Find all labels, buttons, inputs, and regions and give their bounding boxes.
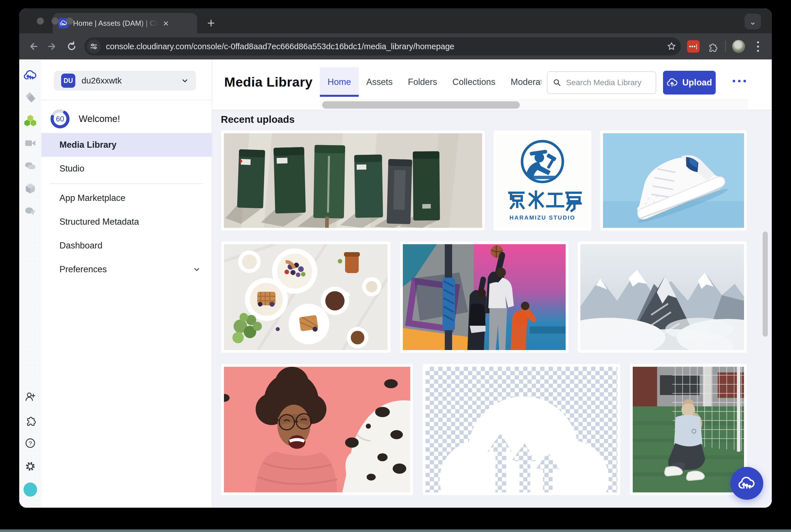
tab-moderation[interactable]: Moderation [503,68,541,97]
forward-button[interactable] [46,40,59,53]
recent-uploads-heading: Recent uploads [221,114,295,125]
sidebar-item-app-marketplace[interactable]: App Marketplace [41,186,212,210]
asset-tile-woman-dalmatian[interactable] [221,364,413,495]
asset-tile-fashion-person[interactable] [629,364,747,495]
zoom-window-button[interactable] [66,18,73,25]
sidebar-item-dashboard[interactable]: Dashboard [41,234,212,258]
scrollbar-thumb[interactable] [322,101,520,109]
browser-menu-kebab-icon[interactable] [751,40,765,53]
addons-puzzle-icon[interactable] [23,413,37,427]
tab-folders[interactable]: Folders [400,68,445,97]
tab-home[interactable]: Home [320,68,359,97]
back-button[interactable] [26,40,40,53]
help-icon[interactable]: ? [23,436,37,450]
account-avatar: DU [61,74,75,88]
video-camera-icon[interactable] [23,136,37,150]
onboarding-progress-ring: 60 [50,109,70,129]
asset-tile-cloud-logo[interactable] [422,364,621,495]
url-bar[interactable]: console.cloudinary.com/console/c-0ffad8a… [84,37,681,55]
media-library-header: Media Library Home Assets Folders Collec… [212,59,772,110]
url-text: console.cloudinary.com/console/c-0ffad8a… [106,42,660,51]
asset-tile-mountains[interactable] [577,241,747,353]
tab-collections[interactable]: Collections [445,68,503,97]
toolbar-divider [725,41,726,52]
account-switcher[interactable]: DU du26xxwtk [54,71,196,91]
section-tabs: Home Assets Folders Collections Moderati… [320,68,541,97]
vertical-scrollbar-thumb[interactable] [763,231,768,337]
browser-window: Home | Assets (DAM) | Cloudi × + ⌄ conso… [19,8,772,508]
asset-tile-basketball[interactable] [400,241,569,353]
upload-cloud-icon [667,78,678,87]
sidebar-item-structured-metadata[interactable]: Structured Metadata [41,210,212,234]
haramizu-latin-text: HARAMIZU STUDIO [496,214,588,221]
sidebar-divider [41,100,212,100]
cloudinary-logo-icon [738,477,756,490]
sidebar-item-studio[interactable]: Studio [41,157,212,180]
extensions-puzzle-icon[interactable] [706,40,719,53]
cloudinary-fab-button[interactable] [730,467,763,500]
tab-close-icon[interactable]: × [163,18,169,28]
invite-user-icon[interactable] [23,390,37,403]
asset-tile-haramizu-logo[interactable]: HARAMIZU STUDIO [493,130,592,231]
site-info-icon[interactable] [87,39,101,54]
tab-title: Home | Assets (DAM) | Cloudi [73,19,158,28]
sidebar: DU du26xxwtk 60 Welcome! Media Library S… [41,59,212,508]
asset-tile-sneaker[interactable] [600,130,747,231]
account-name: du26xxwtk [81,76,175,86]
browser-tab[interactable]: Home | Assets (DAM) | Cloudi × [53,13,197,33]
chevron-down-icon [181,77,189,84]
search-icon [553,78,561,87]
bookmark-star-icon[interactable] [665,40,678,53]
search-box[interactable] [547,71,656,94]
lastpass-extension-icon[interactable]: •••| [687,40,700,53]
reload-button[interactable] [65,40,78,53]
chevron-down-icon [193,266,201,273]
asset-tile-mailboxes[interactable] [221,130,485,231]
settings-gear-icon[interactable] [23,459,37,473]
page-title: Media Library [224,74,313,90]
assets-hexagons-icon[interactable] [23,114,37,127]
tabs-horizontal-scrollbar[interactable] [320,100,748,110]
window-controls [37,18,73,25]
upload-label: Upload [682,78,712,88]
browser-profile-avatar[interactable] [732,40,745,53]
progress-value: 60 [50,109,70,129]
new-tab-button[interactable]: + [207,16,215,30]
chat-arrow-icon[interactable] [23,204,37,218]
more-actions-kebab-icon[interactable] [733,80,746,82]
minimize-window-button[interactable] [52,18,59,25]
sidebar-section-divider [50,183,203,184]
user-avatar[interactable] [23,483,37,496]
welcome-widget[interactable]: 60 Welcome! [50,108,203,130]
cloudinary-logo-icon[interactable] [23,69,37,82]
upload-button[interactable]: Upload [663,71,716,95]
cloudinary-console: ? DU du26xxwtk [19,59,772,508]
product-rail: ? [19,59,41,508]
media-library-main: Media Library Home Assets Folders Collec… [212,59,772,508]
welcome-label: Welcome! [79,113,120,124]
sidebar-item-preferences[interactable]: Preferences [41,258,212,281]
sidebar-item-media-library[interactable]: Media Library [41,133,212,157]
browser-tab-strip: Home | Assets (DAM) | Cloudi × + ⌄ [19,8,772,33]
svg-text:?: ? [29,440,32,446]
browser-toolbar: console.cloudinary.com/console/c-0ffad8a… [19,33,772,59]
tab-assets[interactable]: Assets [359,68,400,97]
tab-search-chevron-icon[interactable]: ⌄ [745,14,761,30]
asset-tile-breakfast[interactable] [221,241,391,353]
cube-icon[interactable] [23,182,37,195]
programmable-media-diamonds-icon[interactable] [23,91,37,105]
search-input[interactable] [566,78,650,88]
desktop-edge-strip [0,529,791,532]
close-window-button[interactable] [37,18,44,25]
cards-icon[interactable] [23,159,37,173]
